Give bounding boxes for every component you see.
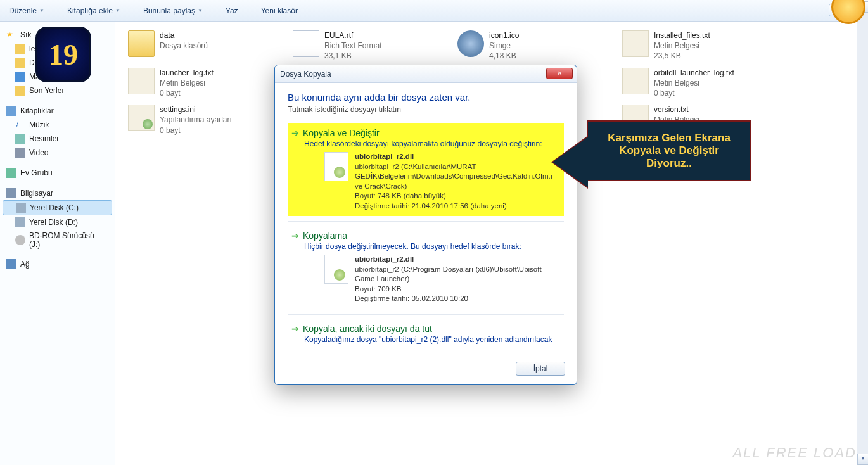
ico-file-icon: [457, 30, 484, 57]
network-header[interactable]: Ağ: [3, 257, 112, 271]
file-item[interactable]: launcher_log.txtMetin Belgesi0 bayt: [127, 67, 285, 100]
divider: [288, 221, 564, 222]
organize-menu[interactable]: Düzenle▼: [5, 4, 48, 18]
dialog-heading: Bu konumda aynı adda bir dosya zaten var…: [288, 92, 564, 103]
computer-header[interactable]: Bilgisayar: [3, 186, 112, 200]
dropdown-arrow-icon: ▼: [39, 8, 44, 13]
libraries-icon: [6, 106, 16, 116]
folder-file-icon: [128, 30, 155, 57]
dropdown-arrow-icon: ▼: [115, 8, 120, 13]
video-icon: [15, 148, 25, 158]
recent-icon: [15, 86, 25, 96]
pictures-icon: [15, 134, 25, 144]
file-type-label: Dosya klasörü: [160, 41, 208, 51]
desktop-icon: [15, 72, 25, 82]
libraries-header[interactable]: Kitaplıklar: [3, 104, 112, 118]
file-size-label: 0 bayt: [160, 125, 232, 136]
navigation-sidebar: ★Sık ler Downloads (2) Masaüstü Son Yerl…: [0, 22, 115, 465]
option-description: Kopyaladığınız dosya "ubiorbitapi_r2 (2)…: [304, 335, 560, 344]
file-type-label: Metin Belgesi: [160, 78, 214, 88]
dll-file-icon: [324, 152, 348, 181]
new-folder-button[interactable]: Yeni klasör: [257, 4, 302, 18]
file-name: EULA.rtf: [324, 30, 381, 41]
file-size-label: 23,5 KB: [654, 51, 710, 61]
file-name: orbitdll_launcher_log.txt: [654, 68, 734, 78]
arrow-right-icon: ➔: [291, 128, 299, 138]
ini-file-icon: [128, 105, 155, 131]
watermark-text: ALL FREE LOAD: [732, 445, 857, 461]
sidebar-disk-c[interactable]: Yerel Disk (C:): [3, 200, 112, 215]
star-icon: ★: [6, 30, 16, 40]
dll-file-icon: [324, 255, 348, 284]
file-details: ubiorbitapi_r2.dll ubiorbitapi_r2 (C:\Ku…: [355, 152, 545, 211]
add-to-library-menu[interactable]: Kitaplığa ekle▼: [63, 4, 124, 18]
vertical-scrollbar[interactable]: ▲ ▼: [857, 1, 868, 465]
file-type-label: Metin Belgesi: [654, 41, 710, 51]
file-details: ubiorbitapi_r2.dll ubiorbitapi_r2 (C:\Pr…: [355, 255, 545, 304]
file-type-label: Yapılandırma ayarları: [160, 115, 232, 125]
file-item[interactable]: EULA.rtfRich Text Format33,1 KB: [291, 29, 450, 63]
drive-icon: [15, 217, 25, 227]
burn-button[interactable]: Yaz: [222, 4, 242, 18]
drive-icon: [16, 203, 26, 213]
folder-icon: [15, 58, 25, 68]
file-name: settings.ini: [160, 105, 232, 115]
file-name: launcher_log.txt: [160, 68, 214, 78]
homegroup-header[interactable]: Ev Grubu: [3, 166, 112, 180]
file-item[interactable]: Installed_files.txtMetin Belgesi23,5 KB: [621, 29, 779, 63]
file-name: Installed_files.txt: [654, 30, 710, 41]
file-item[interactable]: dataDosya klasörü: [127, 29, 285, 63]
file-type-label: Simge: [489, 41, 519, 51]
txt-file-icon: [622, 30, 649, 57]
dropdown-arrow-icon: ▼: [198, 8, 203, 13]
sidebar-disk-d[interactable]: Yerel Disk (D:): [3, 215, 112, 229]
file-size-label: 0 bayt: [654, 88, 734, 98]
rtf-file-icon: [293, 30, 319, 57]
file-item[interactable]: settings.iniYapılandırma ayarları0 bayt: [127, 103, 285, 137]
divider: [288, 314, 564, 315]
file-type-label: Metin Belgesi: [654, 78, 734, 88]
cancel-button[interactable]: İptal: [516, 362, 565, 376]
file-type-label: Rich Text Format: [324, 41, 381, 51]
explorer-toolbar: Düzenle▼ Kitaplığa ekle▼ Bununla paylaş▼…: [0, 0, 868, 22]
file-name: version.txt: [654, 105, 699, 115]
option-keep-both[interactable]: ➔Kopyala, ancak iki dosyayı da tut Kopya…: [288, 319, 564, 349]
network-icon: [6, 259, 16, 269]
sidebar-bdrom[interactable]: BD-ROM Sürücüsü (J:): [3, 229, 112, 251]
file-name: data: [160, 30, 208, 41]
scroll-down-button[interactable]: ▼: [857, 454, 868, 465]
txt-file-icon: [622, 68, 649, 94]
copy-file-dialog: Dosya Kopyala ✕ Bu konumda aynı adda bir…: [274, 65, 577, 385]
step-number-badge: 19: [35, 27, 91, 82]
homegroup-icon: [6, 168, 16, 178]
option-copy-replace[interactable]: ➔Kopyala ve Değiştir Hedef klasördeki do…: [288, 123, 564, 216]
sidebar-video[interactable]: Video: [3, 146, 112, 160]
share-with-menu[interactable]: Bununla paylaş▼: [139, 4, 207, 18]
disc-icon: [15, 235, 25, 245]
file-size-label: 4,18 KB: [489, 51, 519, 61]
txt-file-icon: [128, 68, 155, 94]
file-name: icon1.ico: [489, 30, 519, 41]
file-item[interactable]: icon1.icoSimge4,18 KB: [456, 29, 615, 63]
arrow-right-icon: ➔: [291, 324, 299, 334]
option-description: Hiçbir dosya değiştirilmeyecek. Bu dosya…: [304, 242, 560, 251]
arrow-right-icon: ➔: [291, 231, 299, 241]
sidebar-music[interactable]: ♪Müzik: [3, 118, 112, 132]
computer-icon: [6, 188, 16, 198]
arrow-left-icon: [552, 137, 588, 187]
dialog-titlebar[interactable]: Dosya Kopyala: [275, 65, 577, 83]
file-item[interactable]: orbitdll_launcher_log.txtMetin Belgesi0 …: [621, 67, 779, 100]
folder-icon: [15, 44, 25, 54]
tutorial-annotation: Karşımıza Gelen Ekrana Kopyala ve Değişt…: [587, 120, 751, 181]
dialog-subheading: Tutmak istediğiniz dosyayı tıklatın: [288, 105, 564, 114]
file-size-label: 0 bayt: [160, 88, 214, 98]
music-icon: ♪: [15, 120, 25, 130]
option-description: Hedef klasördeki dosyayı kopyalamakta ol…: [304, 139, 560, 148]
file-size-label: 33,1 KB: [324, 51, 381, 61]
close-button[interactable]: ✕: [546, 68, 573, 79]
sidebar-recent[interactable]: Son Yerler: [3, 84, 112, 98]
sidebar-pictures[interactable]: Resimler: [3, 132, 112, 146]
option-dont-copy[interactable]: ➔Kopyalama Hiçbir dosya değiştirilmeyece…: [288, 225, 564, 309]
